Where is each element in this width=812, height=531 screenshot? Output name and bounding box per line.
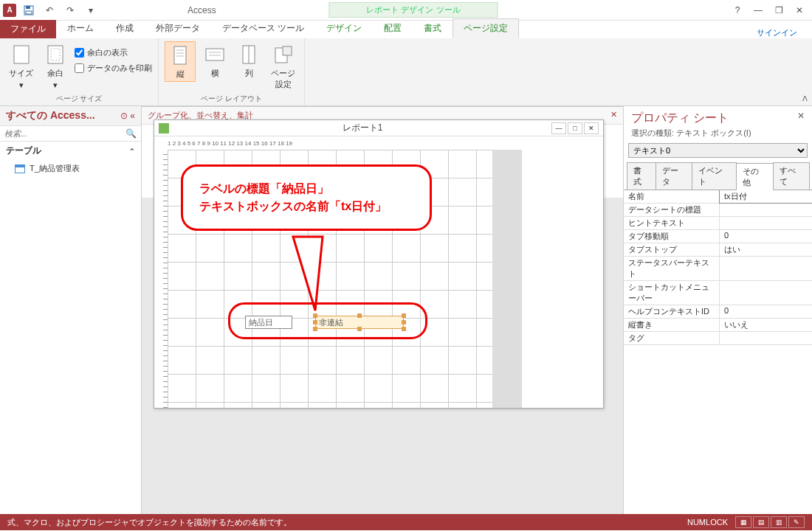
report-title: レポート1: [173, 122, 551, 134]
report-titlebar[interactable]: レポート1 — □ ✕: [154, 120, 603, 136]
tab-design[interactable]: デザイン: [315, 18, 373, 38]
nav-title: すべての Access...: [6, 109, 95, 122]
pagesetup-label: ページ 設定: [271, 68, 295, 90]
size-button[interactable]: サイズ▾: [6, 41, 36, 91]
collapse-ribbon-icon[interactable]: ᐱ: [802, 94, 808, 103]
object-selector[interactable]: テキスト0: [628, 143, 808, 158]
design-area: レポート1 — □ ✕ 1 2 3 4 5 6 7 8 9 10 11 12 1…: [142, 106, 623, 514]
portrait-button[interactable]: 縦: [165, 41, 196, 82]
numlock-indicator: NUMLOCK: [687, 518, 728, 527]
nav-item-table[interactable]: T_納品管理表: [0, 160, 141, 177]
show-margins-checkbox[interactable]: 余白の表示: [75, 46, 152, 60]
close-icon[interactable]: ✕: [797, 111, 805, 121]
pagesetup-button[interactable]: ページ 設定: [268, 41, 298, 91]
report-close-button[interactable]: ✕: [584, 122, 599, 134]
landscape-icon: [203, 43, 227, 66]
qat-save-icon[interactable]: [21, 2, 37, 18]
margins-button[interactable]: 余白▾: [41, 41, 70, 91]
navigation-pane: すべての Access... ⊙ « 🔍 テーブル ⌃ T_納品管理表: [0, 106, 142, 514]
pagesetup-icon: [272, 43, 295, 66]
property-sheet-title: プロパティ シート: [631, 111, 729, 126]
property-row[interactable]: ヒントテキスト: [624, 217, 812, 230]
landscape-button[interactable]: 横: [200, 41, 230, 80]
context-tab-group: レポート デザイン ツール: [328, 2, 498, 18]
app-title: Access: [187, 5, 216, 15]
view-print-button[interactable]: ▤: [753, 516, 769, 528]
qat-customize-icon[interactable]: ▾: [83, 2, 99, 18]
chevron-up-icon: ⌃: [129, 148, 135, 155]
ptab-all[interactable]: すべて: [773, 162, 810, 190]
size-icon: [10, 43, 33, 66]
property-grid: 名前tx日付データシートの標題ヒントテキストタブ移動順0タブストップはいステータ…: [624, 190, 812, 514]
report-canvas[interactable]: ラベルの標題「納品日」 テキストボックスの名前「tx日付」 納品日 非連結: [168, 150, 603, 408]
selection-type-label: 選択の種類: テキスト ボックス(I): [624, 128, 812, 143]
search-input[interactable]: [4, 129, 125, 138]
columns-label: 列: [245, 68, 253, 79]
horizontal-ruler[interactable]: 1 2 3 4 5 6 7 8 9 10 11 12 13 14 15 16 1…: [154, 136, 603, 150]
ribbon: サイズ▾ 余白▾ 余白の表示 データのみを印刷 ページ サイズ 縦 横: [0, 38, 812, 106]
property-row[interactable]: タブ移動順0: [624, 230, 812, 243]
vertical-ruler[interactable]: [154, 150, 168, 408]
property-row[interactable]: データシートの標題: [624, 204, 812, 217]
property-row[interactable]: ヘルプコンテキストID0: [624, 305, 812, 319]
tab-format[interactable]: 書式: [413, 18, 453, 38]
property-row[interactable]: 名前tx日付: [624, 190, 812, 204]
view-design-button[interactable]: ✎: [788, 516, 805, 528]
svg-rect-6: [174, 46, 186, 64]
margins-label: 余白: [47, 68, 63, 79]
svg-rect-2: [26, 11, 32, 14]
report-maximize-button[interactable]: □: [568, 122, 582, 134]
nav-group-tables[interactable]: テーブル ⌃: [0, 142, 141, 160]
landscape-label: 横: [211, 68, 219, 79]
property-row[interactable]: ショートカットメニューバー: [624, 281, 812, 305]
tab-arrange[interactable]: 配置: [373, 18, 413, 38]
titlebar: A ↶ ↷ ▾ Access レポート デザイン ツール ? — ❐ ✕: [0, 0, 812, 21]
main-area: すべての Access... ⊙ « 🔍 テーブル ⌃ T_納品管理表 レポート…: [0, 106, 812, 514]
status-text: 式、マクロ、およびプロシージャでオブジェクトを識別するための名前です。: [7, 517, 292, 528]
columns-button[interactable]: 列: [234, 41, 264, 80]
ptab-data[interactable]: データ: [656, 162, 692, 190]
property-row[interactable]: 縦書きいいえ: [624, 319, 812, 332]
ptab-other[interactable]: その他: [736, 163, 773, 190]
view-report-button[interactable]: ▦: [735, 516, 751, 528]
svg-rect-1: [26, 6, 30, 9]
tab-pagesetup[interactable]: ページ設定: [453, 18, 519, 38]
qat-redo-icon[interactable]: ↷: [62, 2, 78, 18]
search-icon[interactable]: 🔍: [125, 128, 137, 139]
size-label: サイズ: [9, 68, 33, 79]
view-layout-button[interactable]: ▥: [771, 516, 787, 528]
group-pagelayout-label: ページ レイアウト: [201, 92, 262, 104]
property-row[interactable]: タブストップはい: [624, 243, 812, 257]
restore-button[interactable]: ❐: [769, 2, 788, 18]
app-icon: A: [3, 4, 16, 17]
report-icon: [159, 123, 169, 133]
ptab-event[interactable]: イベント: [692, 162, 737, 190]
annotation-callout: ラベルの標題「納品日」 テキストボックスの名前「tx日付」: [181, 164, 432, 231]
table-icon: [15, 164, 25, 173]
group-pagesize-label: ページ サイズ: [56, 92, 103, 104]
property-row[interactable]: ステータスバーテキスト: [624, 257, 812, 281]
tab-external[interactable]: 外部データ: [145, 18, 211, 38]
tab-home[interactable]: ホーム: [56, 18, 105, 38]
margins-icon: [44, 43, 67, 66]
tab-dbtools[interactable]: データベース ツール: [211, 18, 315, 38]
file-tab[interactable]: ファイル: [0, 20, 56, 38]
label-control[interactable]: 納品日: [245, 316, 292, 329]
nav-header[interactable]: すべての Access... ⊙ «: [0, 106, 141, 126]
property-tabs: 書式 データ イベント その他 すべて: [624, 162, 812, 190]
nav-search[interactable]: 🔍: [0, 126, 141, 142]
qat-undo-icon[interactable]: ↶: [41, 2, 58, 18]
property-row[interactable]: タグ: [624, 332, 812, 345]
ptab-format[interactable]: 書式: [627, 162, 656, 190]
portrait-label: 縦: [176, 69, 185, 80]
minimize-button[interactable]: —: [749, 2, 768, 18]
close-button[interactable]: ✕: [790, 2, 809, 18]
signin-link[interactable]: サインイン: [757, 27, 797, 38]
help-button[interactable]: ?: [728, 2, 747, 18]
report-minimize-button[interactable]: —: [551, 122, 566, 134]
close-icon[interactable]: ✕: [610, 110, 617, 121]
nav-dropdown-icon[interactable]: ⊙ «: [120, 111, 135, 121]
print-data-only-checkbox[interactable]: データのみを印刷: [75, 61, 152, 75]
textbox-control[interactable]: 非連結: [315, 316, 404, 329]
tab-create[interactable]: 作成: [105, 18, 145, 38]
